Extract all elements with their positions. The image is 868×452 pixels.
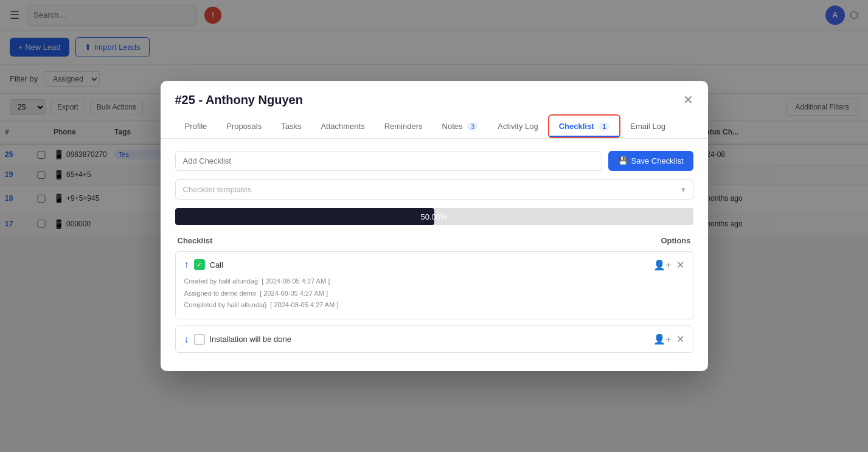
progress-label: 50.00% — [420, 212, 447, 221]
add-checklist-row: 💾 Save Checklist — [175, 151, 693, 171]
notes-badge: 3 — [467, 122, 478, 131]
modal-title: #25 - Anthony Nguyen — [175, 93, 303, 107]
modal-tabs: Profile Proposals Tasks Attachments Remi… — [161, 114, 708, 139]
tab-checklist[interactable]: Checklist 1 — [548, 114, 621, 138]
tab-profile[interactable]: Profile — [175, 116, 217, 137]
tab-reminders[interactable]: Reminders — [375, 116, 432, 137]
modal-overlay: #25 - Anthony Nguyen ✕ Profile Proposals… — [0, 0, 868, 235]
add-checklist-input[interactable] — [175, 151, 602, 171]
modal-header: #25 - Anthony Nguyen ✕ — [161, 81, 708, 107]
progress-bar-container: 50.00% — [175, 208, 693, 225]
tab-notes[interactable]: Notes 3 — [432, 116, 488, 137]
checklist-badge: 1 — [599, 122, 609, 131]
save-icon: 💾 — [618, 156, 628, 165]
progress-bar — [175, 208, 434, 225]
tab-proposals[interactable]: Proposals — [217, 116, 271, 137]
chevron-down-icon: ▾ — [681, 185, 686, 194]
tab-email-log[interactable]: Email Log — [620, 116, 675, 137]
save-checklist-button[interactable]: 💾 Save Checklist — [608, 151, 693, 171]
checklist-templates-dropdown[interactable]: Checklist templates ▾ — [175, 179, 693, 200]
tab-attachments[interactable]: Attachments — [311, 116, 374, 137]
tab-tasks[interactable]: Tasks — [271, 116, 311, 137]
tab-activity-log[interactable]: Activity Log — [488, 116, 547, 137]
modal: #25 - Anthony Nguyen ✕ Profile Proposals… — [161, 81, 708, 235]
modal-body: 💾 Save Checklist Checklist templates ▾ 5… — [161, 139, 708, 235]
modal-close-button[interactable]: ✕ — [683, 94, 693, 106]
